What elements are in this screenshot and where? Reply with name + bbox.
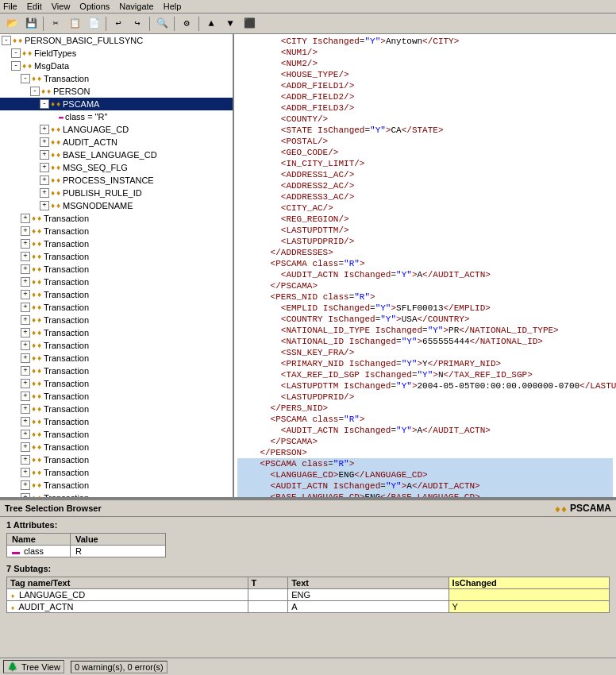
tree-node-t15[interactable]: + ⬧⬧ Transaction xyxy=(0,377,233,390)
expander-langcd[interactable]: + xyxy=(40,125,49,134)
tree-node-fieldtypes[interactable]: - ⬧⬧ FieldTypes xyxy=(0,47,233,60)
icon-auditactn: ⬧⬧ xyxy=(50,137,61,148)
attr-row-class[interactable]: ▬ class R xyxy=(7,546,166,557)
expander-publrule[interactable]: + xyxy=(40,188,49,198)
tree-node-t3[interactable]: + ⬧⬧ Transaction xyxy=(0,225,233,237)
toolbar-paste[interactable]: 📄 xyxy=(85,15,102,33)
expander-t7[interactable]: + xyxy=(21,277,30,287)
expander-t16[interactable]: + xyxy=(21,392,30,401)
toolbar-new[interactable]: 📂 xyxy=(3,15,21,33)
expander-t8[interactable]: + xyxy=(21,290,30,299)
menu-help[interactable]: Help xyxy=(164,2,182,11)
expander-t22[interactable]: + xyxy=(21,468,30,477)
expander-root[interactable]: - xyxy=(2,36,11,45)
tree-node-pscama[interactable]: - ⬧⬧ PSCAMA xyxy=(0,98,233,110)
expander-baselang[interactable]: + xyxy=(40,150,49,160)
expander-msgnode[interactable]: + xyxy=(40,201,49,210)
subtag-header-tagname: Tag name/Text xyxy=(7,577,248,589)
toolbar-down[interactable]: ▼ xyxy=(221,15,239,33)
tree-node-t2[interactable]: + ⬧⬧ Transaction xyxy=(0,212,233,225)
menu-edit[interactable]: Edit xyxy=(27,2,42,11)
expander-t14[interactable]: + xyxy=(21,366,30,376)
tree-node-person[interactable]: - ⬧⬧ PERSON xyxy=(0,85,233,98)
menu-options[interactable]: Options xyxy=(79,2,110,11)
expander-person[interactable]: - xyxy=(30,87,40,96)
tree-node-t20[interactable]: + ⬧⬧ Transaction xyxy=(0,441,233,453)
expander-auditactn[interactable]: + xyxy=(40,137,49,147)
tree-node-txn1[interactable]: - ⬧⬧ Transaction xyxy=(0,72,233,85)
expander-t5[interactable]: + xyxy=(21,252,30,261)
toolbar-save[interactable]: 💾 xyxy=(22,15,40,33)
attr-icon-class: ▬ xyxy=(12,547,20,556)
expander-txn1[interactable]: - xyxy=(21,74,30,83)
tree-node-t14[interactable]: + ⬧⬧ Transaction xyxy=(0,364,233,377)
expander-t10[interactable]: + xyxy=(21,315,30,325)
xml-line-addr2ac: <ADDRESS2_AC/> xyxy=(237,180,613,191)
tree-node-auditactn[interactable]: + ⬧⬧ AUDIT_ACTN xyxy=(0,136,233,148)
tree-node-langcd[interactable]: + ⬧⬧ LANGUAGE_CD xyxy=(0,123,233,136)
tree-node-procinst[interactable]: + ⬧⬧ PROCESS_INSTANCE xyxy=(0,174,233,187)
tree-node-t21[interactable]: + ⬧⬧ Transaction xyxy=(0,453,233,466)
tree-node-t12[interactable]: + ⬧⬧ Transaction xyxy=(0,339,233,352)
subtag-row-auditactn[interactable]: ⬧ AUDIT_ACTN A Y xyxy=(7,601,610,613)
expander-t23[interactable]: + xyxy=(21,480,30,490)
tree-node-t9[interactable]: + ⬧⬧ Transaction xyxy=(0,301,233,314)
expander-t21[interactable]: + xyxy=(21,455,30,465)
tree-node-t22[interactable]: + ⬧⬧ Transaction xyxy=(0,466,233,479)
expander-msgseq[interactable]: + xyxy=(40,163,49,172)
tree-node-msgnode[interactable]: + ⬧⬧ MSGNODENAME xyxy=(0,199,233,212)
toolbar-up[interactable]: ▲ xyxy=(202,15,220,33)
tree-node-t23[interactable]: + ⬧⬧ Transaction xyxy=(0,479,233,492)
expander-t12[interactable]: + xyxy=(21,341,30,350)
toolbar-settings[interactable]: ⚙ xyxy=(178,15,195,33)
tree-node-t11[interactable]: + ⬧⬧ Transaction xyxy=(0,326,233,339)
menu-view[interactable]: View xyxy=(52,2,71,11)
tree-node-t16[interactable]: + ⬧⬧ Transaction xyxy=(0,390,233,403)
tree-node-class[interactable]: ▬ class = "R" xyxy=(0,110,233,123)
tree-node-publrule[interactable]: + ⬧⬧ PUBLISH_RULE_ID xyxy=(0,187,233,199)
expander-fieldtypes[interactable]: - xyxy=(11,48,21,58)
statusbar-treeview[interactable]: 🌲 Tree View xyxy=(3,660,64,673)
expander-pscama[interactable]: - xyxy=(40,99,49,109)
toolbar-stop[interactable]: ⬛ xyxy=(241,15,258,33)
menu-navigate[interactable]: Navigate xyxy=(119,2,153,11)
expander-t24[interactable]: + xyxy=(21,493,30,497)
tree-node-t13[interactable]: + ⬧⬧ Transaction xyxy=(0,352,233,364)
tree-node-t6[interactable]: + ⬧⬧ Transaction xyxy=(0,263,233,276)
expander-t19[interactable]: + xyxy=(21,430,30,439)
expander-procinst[interactable]: + xyxy=(40,176,49,185)
tree-node-t7[interactable]: + ⬧⬧ Transaction xyxy=(0,276,233,288)
toolbar-copy[interactable]: 📋 xyxy=(66,15,83,33)
expander-t6[interactable]: + xyxy=(21,264,30,274)
tree-node-t19[interactable]: + ⬧⬧ Transaction xyxy=(0,428,233,441)
tree-node-t24[interactable]: + ⬧⬧ Transaction xyxy=(0,492,233,497)
expander-t18[interactable]: + xyxy=(21,417,30,426)
expander-t4[interactable]: + xyxy=(21,239,30,249)
tree-node-t10[interactable]: + ⬧⬧ Transaction xyxy=(0,314,233,326)
tree-node-root[interactable]: - ⬧⬧ PERSON_BASIC_FULLSYNC xyxy=(0,34,233,47)
tree-node-t8[interactable]: + ⬧⬧ Transaction xyxy=(0,288,233,301)
tree-node-t4[interactable]: + ⬧⬧ Transaction xyxy=(0,237,233,250)
expander-t9[interactable]: + xyxy=(21,303,30,312)
xml-line-pscama3-start[interactable]: <PSCAMA class="R"> xyxy=(237,458,613,469)
expander-t15[interactable]: + xyxy=(21,379,30,388)
expander-msgdata[interactable]: - xyxy=(11,61,21,71)
tree-node-msgdata[interactable]: - ⬧⬧ MsgData xyxy=(0,60,233,72)
expander-t13[interactable]: + xyxy=(21,353,30,363)
toolbar-cut[interactable]: ✂ xyxy=(47,15,64,33)
toolbar-redo[interactable]: ↪ xyxy=(129,15,146,33)
expander-t3[interactable]: + xyxy=(21,226,30,236)
menu-file[interactable]: File xyxy=(3,2,17,11)
expander-t17[interactable]: + xyxy=(21,404,30,414)
toolbar-undo[interactable]: ↩ xyxy=(110,15,127,33)
tree-node-t5[interactable]: + ⬧⬧ Transaction xyxy=(0,250,233,263)
tree-node-t18[interactable]: + ⬧⬧ Transaction xyxy=(0,415,233,428)
expander-t20[interactable]: + xyxy=(21,442,30,452)
expander-t2[interactable]: + xyxy=(21,214,30,223)
tree-node-t17[interactable]: + ⬧⬧ Transaction xyxy=(0,403,233,415)
toolbar-search[interactable]: 🔍 xyxy=(153,15,171,33)
subtag-row-langcd[interactable]: ⬧ LANGUAGE_CD ENG xyxy=(7,589,610,601)
tree-node-baselang[interactable]: + ⬧⬧ BASE_LANGUAGE_CD xyxy=(0,148,233,161)
expander-t11[interactable]: + xyxy=(21,328,30,338)
tree-node-msgseq[interactable]: + ⬧⬧ MSG_SEQ_FLG xyxy=(0,161,233,174)
